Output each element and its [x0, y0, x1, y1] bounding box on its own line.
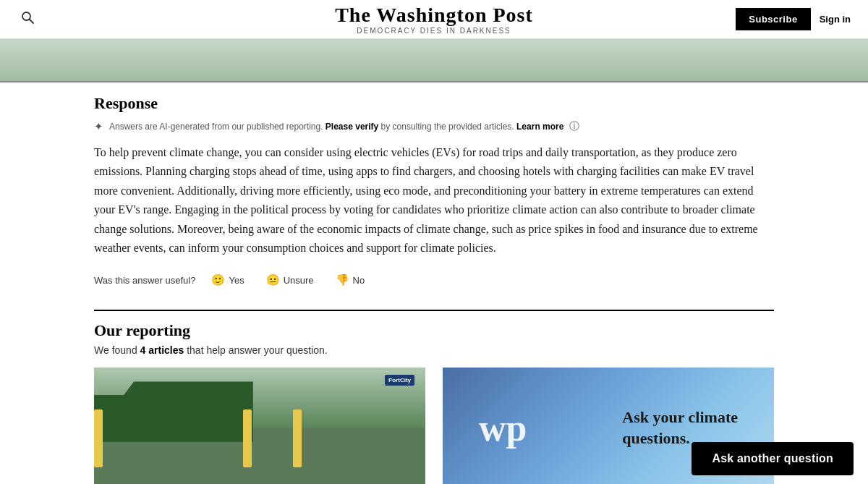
site-header: The Washington Post Democracy Dies in Da…: [0, 0, 868, 39]
top-image-strip: [0, 39, 868, 82]
articles-found: We found 4 articles that help answer you…: [94, 344, 774, 356]
subscribe-button[interactable]: Subscribe: [736, 8, 810, 30]
learn-more-link[interactable]: Learn more: [516, 122, 563, 132]
main-content: Response ✦ Answers are AI-generated from…: [80, 94, 788, 484]
feedback-label: Was this answer useful?: [94, 275, 195, 286]
port-sign: PortCity: [385, 375, 414, 386]
site-logo: The Washington Post Democracy Dies in Da…: [335, 4, 533, 35]
unsure-icon: 😐: [266, 273, 280, 286]
articles-count: 4: [140, 344, 146, 356]
bottom-bar: Ask another question: [0, 433, 868, 484]
ask-another-button[interactable]: Ask another question: [692, 442, 854, 475]
truck-silhouette: [94, 375, 293, 441]
no-button[interactable]: 👎 No: [330, 271, 371, 289]
header-left: [17, 7, 38, 31]
svg-line-1: [30, 20, 34, 24]
logo-tagline: Democracy Dies in Darkness: [335, 27, 533, 35]
response-section: Response ✦ Answers are AI-generated from…: [94, 94, 774, 289]
our-reporting-heading: Our reporting: [94, 321, 774, 340]
yes-icon: 🙂: [211, 273, 225, 286]
search-icon: [20, 13, 35, 27]
logo-title: The Washington Post: [335, 4, 533, 27]
signin-link[interactable]: Sign in: [820, 14, 851, 25]
response-body: To help prevent climate change, you can …: [94, 143, 774, 258]
feedback-row: Was this answer useful? 🙂 Yes 😐 Unsure 👎…: [94, 271, 774, 289]
search-button[interactable]: [17, 7, 38, 31]
ai-notice: ✦ Answers are AI-generated from our publ…: [94, 120, 774, 133]
no-icon: 👎: [336, 273, 349, 286]
info-icon[interactable]: ⓘ: [569, 120, 579, 133]
unsure-button[interactable]: 😐 Unsure: [260, 271, 320, 289]
articles-label: articles: [148, 344, 184, 356]
sparkle-icon: ✦: [94, 120, 103, 133]
ai-notice-text: Answers are AI-generated from our publis…: [109, 122, 563, 132]
response-heading: Response: [94, 94, 774, 113]
yes-button[interactable]: 🙂 Yes: [205, 271, 250, 289]
header-right: Subscribe Sign in: [736, 8, 851, 30]
